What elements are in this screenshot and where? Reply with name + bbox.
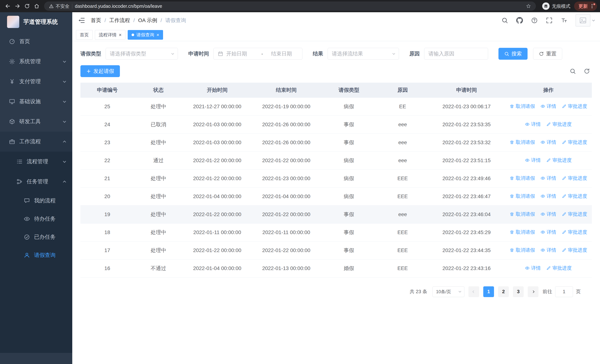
breadcrumb-item[interactable]: OA 示例	[138, 17, 157, 24]
browser-forward-button[interactable]	[13, 1, 22, 11]
sidebar-item-infrastructure[interactable]: 基础设施	[0, 92, 72, 112]
cancel-leave-link[interactable]: 取消请假	[510, 229, 535, 235]
tab-home[interactable]: 首页	[76, 30, 93, 40]
apply-time-range-picker[interactable]: 开始日期 - 结束日期	[214, 48, 302, 60]
close-icon[interactable]: ×	[156, 32, 159, 37]
sidebar-item-system-mgmt[interactable]: 系统管理	[0, 52, 72, 72]
approval-progress-link[interactable]: 审批进度	[562, 103, 587, 110]
sidebar-item-payment-mgmt[interactable]: 支付管理	[0, 72, 72, 92]
approval-progress-link[interactable]: 审批进度	[562, 175, 587, 181]
cell-leave-type: 事假	[321, 241, 377, 259]
cell-actions: 取消请假 详情 审批进度	[505, 151, 592, 169]
table-row: 25 处理中 2021-12-27 00:00:00 2022-01-19 00…	[80, 97, 592, 115]
cell-end-time: 2022-01-13 00:00:00	[252, 259, 321, 277]
approval-progress-link[interactable]: 审批进度	[546, 157, 572, 163]
sidebar-item-todo-tasks[interactable]: 待办任务	[0, 210, 72, 228]
create-leave-button[interactable]: 发起请假	[80, 65, 120, 77]
tab-leave-query[interactable]: 请假查询 ×	[128, 30, 163, 40]
detail-link[interactable]: 详情	[525, 121, 541, 128]
detail-link[interactable]: 详情	[541, 103, 556, 110]
page-button-1[interactable]: 1	[483, 286, 494, 297]
edit-icon	[562, 140, 566, 145]
sidebar-item-my-processes[interactable]: 我的流程	[0, 192, 72, 210]
list-icon	[16, 159, 23, 165]
cell-leave-type: 病假	[321, 151, 377, 169]
sidebar-item-task-mgmt[interactable]: 任务管理	[0, 172, 72, 192]
sidebar-item-label: 待办任务	[34, 215, 56, 223]
search-button[interactable]	[501, 17, 508, 24]
eye-icon	[541, 176, 545, 180]
refresh-table-button[interactable]	[584, 68, 590, 74]
page-unit-label: 页	[576, 288, 581, 295]
search-submit-button[interactable]: 搜索	[498, 48, 527, 60]
page-size-select[interactable]: 10条/页	[432, 286, 464, 297]
browser-update-button[interactable]: 更新	[574, 1, 597, 11]
result-select[interactable]: 请选择流结果	[328, 48, 399, 60]
detail-link[interactable]: 详情	[541, 139, 556, 146]
page-button-3[interactable]: 3	[513, 286, 524, 297]
tab-process-detail[interactable]: 流程详情 ×	[95, 30, 125, 40]
browser-home-button[interactable]	[32, 1, 41, 11]
sidebar-item-done-tasks[interactable]: 已办任务	[0, 228, 72, 246]
approval-progress-link[interactable]: 审批进度	[562, 139, 587, 146]
sidebar-item-workflow[interactable]: 工作流程	[0, 131, 72, 152]
reset-button[interactable]: 重置	[533, 48, 562, 60]
detail-link[interactable]: 详情	[525, 157, 541, 163]
approval-progress-link[interactable]: 审批进度	[546, 265, 572, 271]
font-size-button[interactable]	[561, 17, 567, 24]
address-bar[interactable]: 不安全 dashboard.yudao.iocoder.cn/bpm/oa/le…	[44, 1, 536, 11]
sidebar-item-dev-tools[interactable]: 研发工具	[0, 112, 72, 131]
browser-back-button[interactable]	[3, 1, 13, 11]
sidebar-logo[interactable]: 芋道管理系统	[0, 12, 72, 31]
detail-link[interactable]: 详情	[541, 175, 556, 181]
close-icon[interactable]: ×	[119, 32, 122, 37]
tab-label: 流程详情	[99, 32, 117, 38]
security-chip[interactable]: 不安全	[49, 3, 69, 9]
browser-menu-button[interactable]	[589, 3, 595, 9]
cancel-leave-link[interactable]: 取消请假	[510, 103, 535, 110]
result-placeholder: 请选择流结果	[332, 50, 363, 57]
cell-apply-time: 2022-01-22 23:46:04	[428, 205, 505, 223]
cell-leave-type: 婚假	[321, 259, 377, 277]
toggle-search-button[interactable]	[570, 68, 576, 74]
sidebar-item-home[interactable]: 首页	[0, 31, 72, 52]
sidebar-item-process-mgmt[interactable]: 流程管理	[0, 152, 72, 172]
leave-type-select[interactable]: 请选择请假类型	[106, 48, 178, 60]
cancel-leave-link[interactable]: 取消请假	[510, 211, 535, 217]
reason-input[interactable]	[424, 48, 488, 60]
breadcrumb-item[interactable]: 工作流程	[109, 17, 130, 24]
detail-link[interactable]: 详情	[541, 193, 556, 199]
bookmark-star-button[interactable]	[526, 3, 531, 9]
browser-reload-button[interactable]	[22, 1, 32, 11]
approval-progress-link[interactable]: 审批进度	[562, 247, 587, 253]
detail-link[interactable]: 详情	[541, 247, 556, 253]
breadcrumb-item[interactable]: 首页	[91, 17, 101, 24]
cancel-leave-link[interactable]: 取消请假	[510, 193, 535, 199]
approval-progress-link[interactable]: 审批进度	[562, 229, 587, 235]
cancel-leave-link[interactable]: 取消请假	[510, 139, 535, 146]
approval-progress-link[interactable]: 审批进度	[562, 211, 587, 217]
cell-reason: EEE	[377, 169, 428, 187]
detail-link[interactable]: 详情	[525, 265, 541, 271]
sidebar-collapse-button[interactable]	[78, 17, 85, 24]
help-button[interactable]	[531, 17, 538, 24]
cell-start-time: 2021-12-27 00:00:00	[183, 97, 252, 115]
cancel-leave-link[interactable]: 取消请假	[510, 175, 535, 181]
fullscreen-button[interactable]	[546, 17, 553, 24]
user-menu[interactable]	[576, 14, 594, 27]
prev-page-button[interactable]	[469, 286, 479, 297]
cancel-leave-link[interactable]: 取消请假	[510, 247, 535, 253]
github-button[interactable]	[516, 17, 523, 24]
next-page-button[interactable]	[528, 286, 538, 297]
edit-icon	[562, 212, 566, 216]
approval-progress-link[interactable]: 审批进度	[546, 121, 572, 128]
sidebar-item-leave-query[interactable]: 请假查询	[0, 246, 72, 264]
table-row: 21 处理中 2022-01-22 00:00:00 2022-01-23 00…	[80, 169, 592, 187]
approval-progress-link[interactable]: 审批进度	[562, 193, 587, 199]
goto-page-input[interactable]	[555, 286, 573, 297]
page-button-2[interactable]: 2	[498, 286, 509, 297]
cell-actions: 取消请假 详情 审批进度	[505, 259, 592, 277]
detail-link[interactable]: 详情	[541, 211, 556, 217]
detail-link[interactable]: 详情	[541, 229, 556, 235]
trash-icon	[510, 194, 514, 198]
